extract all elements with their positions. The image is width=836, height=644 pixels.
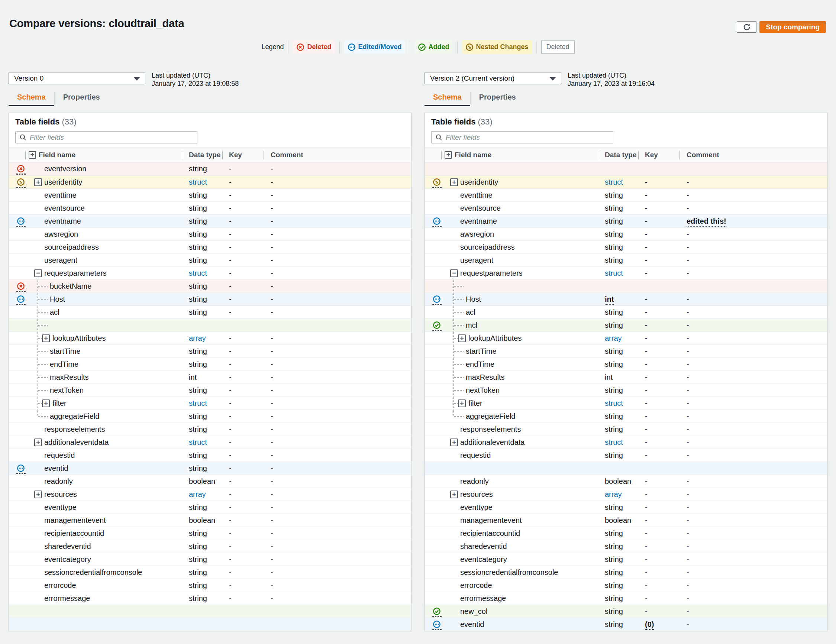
expand-toggle-icon[interactable]: + xyxy=(34,439,42,446)
field-key: - xyxy=(229,280,232,292)
field-name: eventcategory xyxy=(460,553,507,566)
field-comment: - xyxy=(271,384,273,396)
field-key: - xyxy=(229,189,232,201)
field-key: - xyxy=(229,410,232,422)
field-type[interactable]: array xyxy=(189,332,206,344)
field-name: Host xyxy=(466,293,481,305)
field-row-eventid: eventidstring(0)- xyxy=(425,618,827,631)
expand-toggle-icon[interactable]: + xyxy=(450,439,458,446)
field-comment: - xyxy=(687,501,689,514)
expand-toggle-icon[interactable]: + xyxy=(450,491,458,498)
field-type[interactable]: struct xyxy=(605,176,623,188)
field-type: string xyxy=(189,410,207,422)
stop-comparing-button[interactable]: Stop comparing xyxy=(759,21,826,33)
expand-toggle-icon[interactable]: + xyxy=(42,399,50,407)
field-type: int xyxy=(605,293,614,305)
field-key: - xyxy=(645,228,648,240)
expand-toggle-icon[interactable]: − xyxy=(34,269,42,277)
field-comment: - xyxy=(687,371,689,383)
added-icon xyxy=(433,607,441,615)
tree-guide-dots xyxy=(454,351,464,352)
field-key: - xyxy=(229,293,232,305)
nested-icon xyxy=(465,43,474,51)
status-dots xyxy=(16,291,26,292)
field-row-endTime: endTimestring-- xyxy=(425,357,827,370)
field-type[interactable]: struct xyxy=(605,267,623,279)
field-key: - xyxy=(645,514,648,527)
expand-all-icon[interactable]: + xyxy=(444,151,452,159)
expand-toggle-icon[interactable]: + xyxy=(458,334,466,342)
field-type: string xyxy=(189,384,207,396)
field-comment: - xyxy=(271,202,273,214)
field-type[interactable]: struct xyxy=(605,397,623,409)
status-dots xyxy=(432,187,442,188)
field-key: - xyxy=(645,436,648,448)
field-row-eventtime: eventtimestring-- xyxy=(9,188,411,201)
field-type[interactable]: struct xyxy=(605,436,623,448)
header-actions: Stop comparing xyxy=(737,21,826,33)
legend-label: Legend xyxy=(261,43,284,51)
field-row-aggregateField: aggregateFieldstring-- xyxy=(9,409,411,422)
field-comment: - xyxy=(271,215,273,227)
expand-toggle-icon[interactable]: + xyxy=(42,334,50,342)
field-key: - xyxy=(229,501,232,514)
field-row-eventid: eventidstring-- xyxy=(9,461,411,474)
field-type: string xyxy=(189,254,207,266)
field-type: string xyxy=(605,358,623,370)
field-comment: - xyxy=(687,176,689,188)
filter-input[interactable] xyxy=(30,134,193,142)
field-type[interactable]: array xyxy=(189,488,206,501)
tab-properties[interactable]: Properties xyxy=(54,92,109,106)
field-comment: - xyxy=(687,254,689,266)
field-name: eventid xyxy=(44,462,69,474)
filter-input[interactable] xyxy=(446,134,609,142)
search-icon xyxy=(435,134,443,141)
field-type[interactable]: array xyxy=(605,488,622,501)
field-type[interactable]: struct xyxy=(189,436,207,448)
expand-toggle-icon[interactable]: + xyxy=(34,178,42,186)
field-type[interactable]: array xyxy=(605,332,622,344)
refresh-button[interactable] xyxy=(737,21,756,33)
field-type[interactable]: struct xyxy=(189,176,207,188)
expand-toggle-icon[interactable]: − xyxy=(450,269,458,277)
field-type: string xyxy=(605,254,623,266)
field-key: - xyxy=(645,202,648,214)
filter-field[interactable] xyxy=(15,131,198,143)
version-select[interactable]: Version 0 xyxy=(8,72,145,84)
field-row-nextToken: nextTokenstring-- xyxy=(425,383,827,396)
edited-icon xyxy=(433,217,441,225)
tab-schema[interactable]: Schema xyxy=(8,92,54,106)
field-type[interactable]: struct xyxy=(189,397,207,409)
field-key: (0) xyxy=(645,618,654,631)
field-row-requestid: requestidstring-- xyxy=(9,448,411,461)
field-comment: - xyxy=(687,228,689,240)
field-key: - xyxy=(229,215,232,227)
field-name: sessioncredentialfromconsole xyxy=(44,566,142,579)
field-key: - xyxy=(645,241,648,253)
field-row-lookupAttributes: +lookupAttributesarray-- xyxy=(9,331,411,344)
placeholder-row xyxy=(9,318,411,331)
expand-all-icon[interactable]: + xyxy=(29,151,36,159)
field-type: string xyxy=(605,592,623,605)
tab-schema[interactable]: Schema xyxy=(425,92,470,106)
expand-toggle-icon[interactable]: + xyxy=(450,178,458,186)
filter-field[interactable] xyxy=(431,131,613,143)
expand-toggle-icon[interactable]: + xyxy=(458,399,466,407)
field-key: - xyxy=(645,579,648,592)
field-type: string xyxy=(605,384,623,396)
tab-properties[interactable]: Properties xyxy=(470,92,524,106)
field-type[interactable]: struct xyxy=(189,267,207,279)
tree-guide-dots xyxy=(38,286,47,287)
field-type: string xyxy=(189,306,207,318)
field-name: Host xyxy=(50,293,65,305)
version-select[interactable]: Version 2 (Current version) xyxy=(425,72,561,84)
tree-guide-dots xyxy=(454,299,464,300)
field-type: string xyxy=(189,202,207,214)
field-row-readonly: readonlyboolean-- xyxy=(9,474,411,487)
field-row-useridentity: +useridentitystruct-- xyxy=(9,175,411,188)
version-panel-1: Version 2 (Current version) Last updated… xyxy=(425,72,828,633)
tree-guide-dots xyxy=(38,364,47,365)
expand-toggle-icon[interactable]: + xyxy=(34,491,42,498)
field-key: - xyxy=(229,358,232,370)
field-key: - xyxy=(645,189,648,201)
